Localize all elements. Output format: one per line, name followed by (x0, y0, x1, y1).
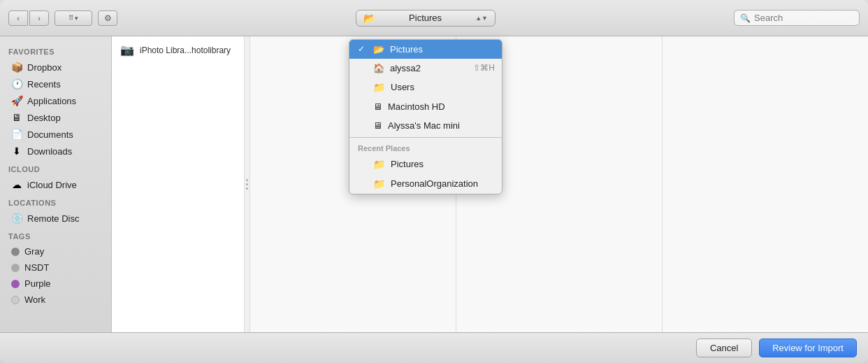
dropdown-macintosh-hd-label: Macintosh HD (388, 101, 445, 112)
checkmark-icon: ✓ (358, 44, 368, 54)
folder-blue-icon: 📂 (373, 44, 384, 55)
locations-header: Locations (0, 193, 111, 210)
dropdown-alyssa2-label: alyssa2 (390, 63, 421, 73)
iphoto-file-label: iPhoto Libra...hotolibrary (140, 45, 231, 55)
file-column-1: 📷 iPhoto Libra...hotolibrary (112, 36, 245, 332)
nav-buttons: ‹ › (8, 10, 49, 26)
remote-disc-icon: 💿 (11, 213, 22, 224)
sidebar-item-desktop[interactable]: 🖥 Desktop (3, 109, 108, 126)
sidebar-documents-label: Documents (27, 129, 73, 140)
shortcut-alyssa2: ⇧⌘H (473, 63, 495, 73)
path-dropdown-area: 📂 Pictures ▲▼ ✓ 📂 Pictures 🏠 alyssa2 ⇧⌘H (123, 10, 728, 27)
resize-dot (246, 187, 248, 190)
sidebar-item-tag-gray[interactable]: Gray (3, 243, 108, 259)
downloads-icon: ⬇ (11, 145, 22, 157)
dropdown-item-alyssa2[interactable]: 🏠 alyssa2 ⇧⌘H (349, 59, 502, 78)
sidebar-icloud-drive-label: iCloud Drive (27, 180, 77, 190)
search-icon: 🔍 (740, 13, 751, 23)
folder-users-icon: 📁 (373, 82, 385, 93)
icloud-drive-icon: ☁ (11, 179, 22, 190)
sidebar-tag-gray-label: Gray (24, 246, 44, 257)
search-box[interactable]: 🔍 (734, 10, 860, 26)
sidebar-item-tag-nsdt[interactable]: NSDT (3, 259, 108, 276)
sidebar-downloads-label: Downloads (27, 146, 72, 157)
dropdown-item-mac-mini[interactable]: 🖥 Alyssa's Mac mini (349, 116, 502, 135)
favorites-header: Favorites (0, 42, 111, 59)
tag-work-dot (11, 296, 20, 304)
home-icon: 🏠 (373, 63, 384, 73)
desktop-icon: 🖥 (11, 112, 22, 123)
back-button[interactable]: ‹ (8, 10, 28, 26)
finder-window: ‹ › ⠿ ▾ ⚙ 📂 Pictures ▲▼ ✓ 📂 Pictures (0, 0, 868, 363)
recent-places-label: Recent Places (349, 140, 502, 155)
sidebar-item-remote-disc[interactable]: 💿 Remote Disc (3, 210, 108, 227)
dropdown-mac-mini-label: Alyssa's Mac mini (388, 120, 460, 131)
tag-nsdt-dot (11, 264, 20, 272)
column-resize-handle-1[interactable] (245, 36, 250, 332)
sidebar-dropbox-label: Dropbox (27, 62, 62, 73)
iphoto-file-item[interactable]: 📷 iPhoto Libra...hotolibrary (112, 39, 244, 61)
sidebar-item-recents[interactable]: 🕐 Recents (3, 76, 108, 92)
review-for-import-button[interactable]: Review for Import (759, 339, 857, 357)
forward-button[interactable]: › (29, 10, 49, 26)
sidebar-item-tag-work[interactable]: Work (3, 292, 108, 308)
cancel-button[interactable]: Cancel (696, 339, 752, 357)
dropdown-separator (349, 137, 502, 138)
sidebar-item-tag-purple[interactable]: Purple (3, 276, 108, 292)
sidebar-tag-purple-label: Purple (24, 278, 51, 289)
applications-icon: 🚀 (11, 95, 22, 106)
resize-dot (246, 179, 248, 181)
chevron-down-icon: ▲▼ (475, 15, 488, 22)
dropdown-recent-pictures-label: Pictures (391, 159, 424, 169)
dropdown-item-pictures[interactable]: ✓ 📂 Pictures (349, 40, 502, 59)
recents-icon: 🕐 (11, 78, 22, 90)
dropdown-item-users[interactable]: 📁 Users (349, 78, 502, 97)
sidebar-item-applications[interactable]: 🚀 Applications (3, 92, 108, 109)
dropdown-pictures-label: Pictures (390, 44, 423, 55)
dropdown-item-personal-org[interactable]: 📁 PersonalOrganization (349, 174, 502, 194)
path-dropdown-trigger[interactable]: 📂 Pictures ▲▼ (356, 10, 496, 27)
view-icon: ⠿ (68, 14, 73, 22)
tag-gray-dot (11, 248, 20, 256)
sidebar-recents-label: Recents (27, 79, 61, 90)
folder-personal-org-icon: 📁 (373, 178, 385, 190)
search-input[interactable] (754, 13, 845, 23)
tags-header: Tags (0, 227, 111, 243)
hd-icon: 🖥 (373, 101, 382, 112)
path-dropdown-menu: ✓ 📂 Pictures 🏠 alyssa2 ⇧⌘H 📁 Users (349, 39, 502, 194)
sidebar: Favorites 📦 Dropbox 🕐 Recents 🚀 Applicat… (0, 36, 112, 332)
view-chevron: ▾ (75, 15, 78, 22)
tag-purple-dot (11, 280, 20, 288)
folder-recent-pictures-icon: 📁 (373, 159, 385, 170)
dropdown-item-pictures-recent[interactable]: 📁 Pictures (349, 155, 502, 174)
documents-icon: 📄 (11, 129, 22, 140)
sidebar-desktop-label: Desktop (27, 113, 61, 123)
sidebar-applications-label: Applications (27, 96, 76, 106)
dropdown-personal-org-label: PersonalOrganization (391, 178, 478, 189)
sidebar-item-documents[interactable]: 📄 Documents (3, 126, 108, 143)
icloud-header: iCloud (0, 159, 111, 176)
dropdown-users-label: Users (391, 82, 414, 92)
dropbox-icon: 📦 (11, 62, 22, 73)
sidebar-item-icloud-drive[interactable]: ☁ iCloud Drive (3, 176, 108, 193)
toolbar: ‹ › ⠿ ▾ ⚙ 📂 Pictures ▲▼ ✓ 📂 Pictures (0, 0, 868, 36)
iphoto-icon: 📷 (120, 43, 134, 57)
action-button[interactable]: ⚙ (98, 10, 117, 26)
view-toggle-button[interactable]: ⠿ ▾ (55, 10, 92, 26)
resize-dot (246, 183, 248, 185)
sidebar-tag-nsdt-label: NSDT (24, 262, 49, 273)
computer-icon: 🖥 (373, 120, 382, 131)
sidebar-item-downloads[interactable]: ⬇ Downloads (3, 143, 108, 159)
gear-icon: ⚙ (104, 13, 112, 23)
sidebar-tag-work-label: Work (24, 294, 45, 305)
file-column-4 (663, 36, 868, 332)
sidebar-remote-disc-label: Remote Disc (27, 213, 79, 224)
path-label: Pictures (409, 13, 442, 23)
folder-icon: 📂 (363, 13, 375, 24)
bottom-toolbar: Cancel Review for Import (0, 332, 868, 363)
dropdown-item-macintosh-hd[interactable]: 🖥 Macintosh HD (349, 97, 502, 116)
sidebar-item-dropbox[interactable]: 📦 Dropbox (3, 59, 108, 76)
